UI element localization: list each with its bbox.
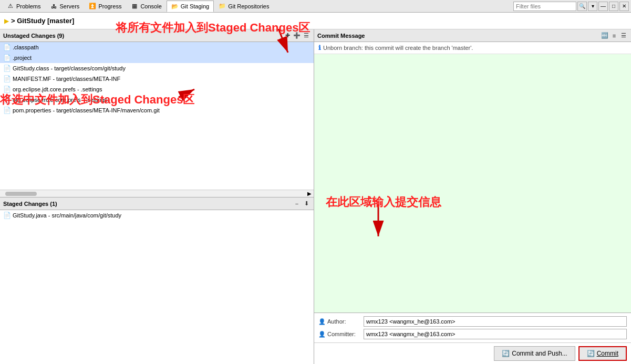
- tab-servers[interactable]: 🖧 Servers: [45, 1, 84, 12]
- servers-icon: 🖧: [50, 3, 57, 10]
- file-name: GitStudy.class - target/classes/com/git/…: [13, 65, 126, 71]
- file-name: GitStudy.java - src/main/java/com/git/st…: [13, 212, 121, 219]
- author-row: 👤 Author:: [318, 316, 627, 327]
- stage-all-btn[interactable]: ✚: [283, 32, 292, 40]
- commit-msg-title: Commit Message: [317, 33, 601, 39]
- view-menu-btn[interactable]: ▾: [588, 2, 597, 11]
- info-text: Unborn branch: this commit will create t…: [323, 45, 473, 51]
- list-item[interactable]: 📄 org.eclipse.jdt.core.prefs - .settings: [0, 84, 314, 95]
- maximize-btn[interactable]: □: [609, 2, 618, 11]
- file-icon: 📄: [3, 212, 11, 219]
- info-icon: ℹ: [318, 44, 321, 51]
- list-item[interactable]: 📄 MANIFEST.MF - target/classes/META-INF: [0, 74, 314, 84]
- left-panel: Unstaged Changes (9) ✚ ➕ ☰ 📄 .classpath …: [0, 29, 314, 364]
- tab-problems[interactable]: ⚠ Problems: [2, 1, 45, 12]
- tab-git-staging-label: Git Staging: [181, 3, 209, 9]
- file-icon: 📄: [3, 54, 11, 61]
- commit-spell-btn[interactable]: 🔤: [601, 32, 609, 40]
- staged-file-list[interactable]: 📄 GitStudy.java - src/main/java/com/git/…: [0, 210, 314, 364]
- file-name: org.eclipse.jdt.core.prefs - .settings: [13, 86, 102, 92]
- author-label-text: Author:: [327, 318, 346, 325]
- committer-icon: 👤: [318, 331, 326, 338]
- unstaged-file-list[interactable]: 📄 .classpath 📄 .project 📄 GitStudy.class…: [0, 42, 314, 190]
- close-btn[interactable]: ✕: [619, 2, 629, 11]
- committer-input[interactable]: [364, 329, 627, 339]
- tab-servers-label: Servers: [59, 3, 79, 9]
- hscroll-thumb[interactable]: [5, 192, 37, 196]
- unstaged-title: Unstaged Changes (9): [3, 33, 283, 39]
- author-label: 👤 Author:: [318, 318, 360, 325]
- committer-label: 👤 Committer:: [318, 331, 360, 338]
- file-name: .classpath: [13, 44, 39, 50]
- page-title: > GitStudy [master]: [11, 17, 74, 25]
- staged-header: Staged Changes (1) − ⬇: [0, 197, 314, 210]
- tab-problems-label: Problems: [16, 3, 40, 9]
- hscroll-bar[interactable]: ▶: [0, 190, 314, 197]
- unstage-all-btn[interactable]: −: [293, 200, 301, 208]
- problems-icon: ⚠: [7, 3, 14, 10]
- tab-bar-right: 🔍 ▾ — □ ✕: [513, 2, 629, 11]
- file-name: org.eclipse.m2e.core.prefs - .settings: [13, 97, 107, 103]
- filter-btn[interactable]: 🔍: [577, 2, 587, 11]
- info-bar: ℹ Unborn branch: this commit will create…: [314, 42, 631, 54]
- tab-git-repos[interactable]: 📁 Git Repositories: [214, 1, 274, 12]
- title-bar: ▶ > GitStudy [master]: [0, 13, 631, 29]
- file-icon: 📄: [3, 107, 11, 114]
- unstaged-menu-btn[interactable]: ☰: [302, 32, 311, 40]
- git-staging-icon: 📂: [171, 3, 179, 10]
- file-name: .project: [13, 55, 32, 61]
- commit-msg-buttons: 🔤 ≡ ☰: [601, 32, 628, 40]
- file-name: pom.properties - target/classes/META-INF…: [13, 107, 160, 113]
- git-repos-icon: 📁: [219, 3, 226, 10]
- committer-row: 👤 Committer:: [318, 329, 627, 339]
- tab-progress[interactable]: ⏫ Progress: [84, 1, 126, 12]
- list-item[interactable]: 📄 .classpath: [0, 42, 314, 53]
- staged-section: Staged Changes (1) − ⬇ 📄 GitStudy.java -…: [0, 197, 314, 364]
- commit-and-push-button[interactable]: 🔄 Commit and Push...: [494, 346, 575, 361]
- list-item[interactable]: 📄 GitStudy.class - target/classes/com/gi…: [0, 63, 314, 74]
- tab-git-repos-label: Git Repositories: [228, 3, 269, 9]
- main-content: Unstaged Changes (9) ✚ ➕ ☰ 📄 .classpath …: [0, 29, 631, 364]
- author-input[interactable]: [364, 316, 627, 327]
- tab-progress-label: Progress: [98, 3, 121, 9]
- unstaged-buttons: ✚ ➕ ☰: [283, 32, 311, 40]
- title-icon: ▶: [4, 17, 9, 25]
- file-icon: 📄: [3, 65, 11, 72]
- console-icon: ▦: [131, 3, 138, 10]
- list-item[interactable]: 📄 GitStudy.java - src/main/java/com/git/…: [0, 210, 314, 221]
- commit-icon: 🔄: [587, 350, 595, 357]
- right-panel: Commit Message 🔤 ≡ ☰ ℹ Unborn branch: th…: [314, 29, 631, 364]
- hscroll-right[interactable]: ▶: [307, 191, 312, 196]
- unstaged-header: Unstaged Changes (9) ✚ ➕ ☰: [0, 29, 314, 42]
- commit-menu-btn[interactable]: ☰: [619, 32, 628, 40]
- commit-format-btn[interactable]: ≡: [610, 32, 618, 40]
- progress-icon: ⏫: [89, 3, 96, 10]
- unstaged-section: Unstaged Changes (9) ✚ ➕ ☰ 📄 .classpath …: [0, 29, 314, 197]
- commit-button[interactable]: 🔄 Commit: [578, 346, 627, 361]
- file-icon: 📄: [3, 86, 11, 93]
- minimize-btn[interactable]: —: [598, 2, 608, 11]
- commit-label: Commit: [597, 350, 618, 357]
- unstage-selected-btn[interactable]: ⬇: [302, 200, 311, 208]
- file-icon: 📄: [3, 96, 11, 103]
- staged-buttons: − ⬇: [293, 200, 311, 208]
- tab-git-staging[interactable]: 📂 Git Staging: [167, 1, 214, 12]
- commit-msg-header: Commit Message 🔤 ≡ ☰: [314, 29, 631, 42]
- tab-console[interactable]: ▦ Console: [126, 1, 166, 12]
- list-item[interactable]: 📄 org.eclipse.m2e.core.prefs - .settings: [0, 95, 314, 105]
- list-item[interactable]: 📄 pom.properties - target/classes/META-I…: [0, 105, 314, 116]
- file-icon: 📄: [3, 75, 11, 82]
- list-item[interactable]: 📄 .project: [0, 53, 314, 63]
- staged-title: Staged Changes (1): [3, 201, 293, 207]
- tab-bar: ⚠ Problems 🖧 Servers ⏫ Progress ▦ Consol…: [0, 0, 631, 13]
- commit-actions: 🔄 Commit and Push... 🔄 Commit: [314, 342, 631, 364]
- committer-label-text: Committer:: [327, 331, 356, 337]
- commit-push-label: Commit and Push...: [512, 350, 567, 357]
- file-icon: 📄: [3, 44, 11, 51]
- commit-fields: 👤 Author: 👤 Committer:: [314, 313, 631, 342]
- author-icon: 👤: [318, 318, 326, 325]
- commit-push-icon: 🔄: [502, 350, 510, 357]
- commit-message-textarea[interactable]: [314, 54, 631, 313]
- filter-input[interactable]: [513, 2, 576, 11]
- stage-selected-btn[interactable]: ➕: [293, 32, 301, 40]
